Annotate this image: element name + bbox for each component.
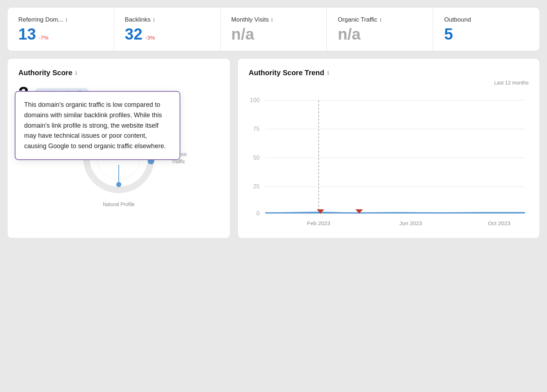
metric-label-organic: Organic Traffic ℹ: [338, 16, 422, 23]
info-icon-trend[interactable]: ℹ: [327, 70, 329, 76]
metric-label-outbound: Outbound: [444, 16, 529, 23]
authority-score-card: Authority Score ℹ 2 Lacks organic traffi…: [7, 58, 230, 238]
tooltip-text: This domain's organic traffic is low com…: [24, 100, 171, 151]
tooltip-popup: This domain's organic traffic is low com…: [15, 91, 180, 160]
svg-text:50: 50: [253, 154, 259, 161]
trend-chart-svg: 100 75 50 25 0: [249, 91, 529, 228]
authority-trend-card: Authority Score Trend ℹ Last 12 months 1…: [238, 58, 540, 238]
bottom-row: Authority Score ℹ 2 Lacks organic traffi…: [7, 58, 540, 238]
metric-label-backlinks: Backlinks ℹ: [125, 16, 209, 23]
metric-value-outbound: 5: [444, 26, 453, 42]
metric-change-referring: -7%: [39, 35, 49, 41]
svg-text:75: 75: [253, 126, 259, 132]
metric-value-backlinks: 32: [125, 26, 143, 42]
svg-text:25: 25: [253, 183, 259, 190]
svg-point-3: [116, 182, 121, 187]
metric-value-referring: 13: [18, 26, 36, 42]
natural-profile-label: Natural Profile: [103, 201, 135, 207]
metric-backlinks: Backlinks ℹ 32 -3%: [114, 8, 221, 51]
metric-value-organic: n/a: [338, 26, 361, 42]
trend-chart-area: 100 75 50 25 0: [249, 91, 529, 228]
info-icon-monthly[interactable]: ℹ: [271, 17, 273, 23]
svg-text:Feb 2023: Feb 2023: [307, 220, 330, 226]
metrics-card: Referring Dom... ℹ 13 -7% Backlinks ℹ 32…: [7, 7, 540, 51]
info-icon-backlinks[interactable]: ℹ: [153, 17, 155, 23]
info-icon-authority[interactable]: ℹ: [75, 70, 77, 76]
metric-monthly-visits: Monthly Visits ℹ n/a: [221, 8, 327, 51]
metric-label-text-monthly: Monthly Visits: [231, 16, 269, 23]
authority-score-title: Authority Score ℹ: [18, 69, 219, 77]
metric-referring-domains: Referring Dom... ℹ 13 -7%: [8, 8, 114, 51]
info-icon-organic[interactable]: ℹ: [380, 17, 381, 23]
metric-outbound: Outbound 5: [433, 8, 539, 51]
metric-label-text-organic: Organic Traffic: [338, 16, 377, 23]
svg-text:0: 0: [257, 210, 260, 216]
trend-title: Authority Score Trend ℹ: [249, 69, 529, 77]
metric-label-monthly-visits: Monthly Visits ℹ: [231, 16, 316, 23]
metric-value-monthly: n/a: [231, 26, 254, 42]
svg-text:Jun 2023: Jun 2023: [399, 220, 422, 226]
metric-change-backlinks: -3%: [145, 35, 155, 41]
metric-label-referring-domains: Referring Dom... ℹ: [18, 16, 103, 23]
authority-title-text: Authority Score: [18, 69, 72, 77]
metric-organic-traffic: Organic Traffic ℹ n/a: [327, 8, 433, 51]
metric-label-text-outbound: Outbound: [444, 16, 471, 23]
metric-label-text-backlinks: Backlinks: [125, 16, 151, 23]
trend-subtitle: Last 12 months: [249, 80, 529, 86]
svg-text:Oct 2023: Oct 2023: [488, 220, 510, 226]
trend-title-text: Authority Score Trend: [249, 69, 324, 77]
svg-text:100: 100: [250, 97, 259, 103]
info-icon-referring[interactable]: ℹ: [65, 17, 67, 23]
metric-label-text: Referring Dom...: [18, 16, 63, 23]
